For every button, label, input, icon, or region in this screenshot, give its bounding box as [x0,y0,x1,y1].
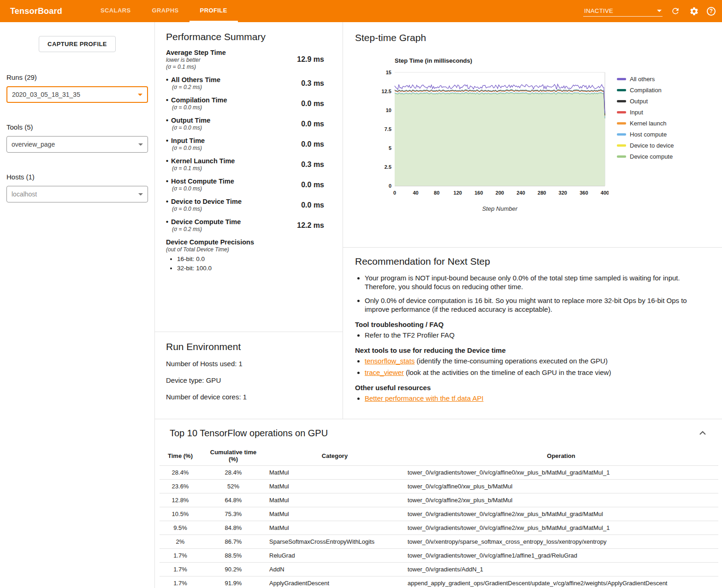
metric-sigma: (σ = 0.1 ms) [166,64,290,70]
tab-profile[interactable]: PROFILE [189,0,238,22]
legend-item: Host compute [617,131,674,138]
metric-note: lower is better [166,57,290,63]
cell-operation: tower_0/v/gradients/tower_0/v/cg/affine1… [404,549,718,563]
legend-item: Device to device [617,142,674,149]
collapse-chevron-up-icon[interactable] [697,428,708,439]
legend-label: Kernel launch [630,120,667,127]
metric-value: 0.3 ms [290,160,324,169]
metric-label: •Input Time [166,137,290,144]
metric-sigma: (σ = 0.0 ms) [166,206,290,212]
cell-cumulative-percent: 90.2% [201,563,266,576]
metric-sigma: (σ = 0.1 ms) [166,165,290,172]
svg-text:240: 240 [516,190,525,196]
run-environment-title: Run Environment [166,341,331,352]
tools-select[interactable]: overview_page [6,136,148,153]
cell-time-percent: 1.7% [160,563,201,576]
cell-cumulative-percent: 88.5% [201,549,266,563]
x-axis-label: Step Number [378,205,609,212]
cell-cumulative-percent: 52% [201,480,266,493]
recommendation-item: tensorflow_stats (identify the time-cons… [365,356,710,365]
hosts-select[interactable]: localhost [6,186,148,202]
chevron-down-icon [657,10,662,12]
recommendation-subsection: Tool troubleshooting / FAQ Refer to the … [355,321,710,339]
run-status-value: INACTIVE [584,7,613,14]
legend-swatch [617,111,626,113]
runs-select[interactable]: 2020_03_05_18_31_35 [6,86,148,103]
col-header-operation: Operation [404,446,718,466]
bullet-icon: • [166,218,168,226]
env-line: Number of Hosts used: 1 [166,360,331,368]
refresh-icon[interactable] [670,6,681,17]
help-icon[interactable]: ? [707,7,716,16]
step-time-chart: Step Time (in milliseconds) 02.557.51012… [378,57,609,212]
cell-cumulative-percent: 75.3% [201,507,266,521]
recommendation-title: Recommendation for Next Step [355,256,710,267]
perf-metric-row: •Host Compute Time (σ = 0.0 ms) 0.0 ms [166,178,331,192]
metric-sigma: (σ = 0.0 ms) [166,104,290,111]
app-title: TensorBoard [10,6,62,16]
cell-category: MatMul [266,480,404,493]
cell-operation: tower_0/v/gradients/tower_0/v/cg/affine0… [404,466,718,480]
metric-value: 0.0 ms [290,201,324,209]
legend-item: Device compute [617,153,674,160]
table-row: 12.8% 64.8% MatMul tower_0/v/cg/affine2/… [160,493,718,507]
legend-label: Input [630,109,643,116]
chart-legend: All others Compilation Output Input Kern… [617,76,674,212]
metric-label: •Device Compute Time [166,218,290,226]
perf-metric-row: •Input Time (σ = 0.0 ms) 0.0 ms [166,137,331,151]
hosts-select-value: localhost [12,190,37,198]
subsection-heading: Other useful resources [355,384,710,392]
cell-category: AddN [266,563,404,576]
table-row: 1.7% 91.9% ApplyGradientDescent append_a… [160,576,718,588]
cell-time-percent: 28.4% [160,466,201,480]
cell-category: MatMul [266,521,404,535]
legend-label: Output [630,98,648,105]
metric-value: 0.0 ms [290,181,324,189]
bullet-icon: • [166,198,168,205]
run-status-select[interactable]: INACTIVE [583,6,663,17]
step-time-graph-title: Step-time Graph [355,32,710,43]
bullet-icon: • [166,96,168,104]
precisions-label: Device Compute Precisions [166,238,331,246]
cell-operation: tower_0/v/cg/affine0/xw_plus_b/MatMul [404,480,718,493]
hosts-label: Hosts (1) [0,173,154,181]
recommendation-subsection: Next tools to use for reducing the Devic… [355,346,710,377]
svg-text:280: 280 [538,190,546,196]
metric-sigma: (σ = 0.0 ms) [166,185,290,192]
legend-swatch [617,144,626,147]
subsection-heading: Next tools to use for reducing the Devic… [355,346,710,354]
metric-label: Average Step Time [166,49,290,56]
top10-title: Top 10 TensorFlow operations on GPU [170,428,328,439]
subsection-heading: Tool troubleshooting / FAQ [355,321,710,328]
step-time-plot: 02.557.51012.515040801201602002402803203… [378,66,609,202]
table-header-row: Time (%) Cumulative time (%) Category Op… [160,446,718,466]
svg-text:40: 40 [413,190,418,196]
capture-profile-button[interactable]: CAPTURE PROFILE [39,36,116,52]
legend-swatch [617,78,626,80]
tab-scalars[interactable]: SCALARS [90,0,142,22]
cell-cumulative-percent: 91.9% [201,576,266,588]
metric-value: 0.0 ms [290,120,324,128]
metric-label: •Kernel Launch Time [166,157,290,165]
link[interactable]: trace_viewer [365,368,404,376]
cell-time-percent: 1.7% [160,576,201,588]
link[interactable]: Better performance with the tf.data API [365,394,484,402]
cell-cumulative-percent: 84.8% [201,521,266,535]
top10-operations-section: Top 10 TensorFlow operations on GPU Time… [155,419,722,588]
legend-swatch [617,122,626,125]
metric-label: •Output Time [166,117,290,124]
recommendation-section: Recommendation for Next Step Your progra… [343,248,722,403]
run-environment-section: Run Environment Number of Hosts used: 1D… [155,332,343,401]
cell-cumulative-percent: 64.8% [201,493,266,507]
settings-gear-icon[interactable] [688,6,699,17]
metric-sigma: (σ = 0.2 ms) [166,84,290,90]
svg-text:360: 360 [580,190,588,196]
precision-item: 32-bit: 100.0 [177,265,331,272]
tab-graphs[interactable]: GRAPHS [142,0,189,22]
metric-sigma: (σ = 0.2 ms) [166,226,290,232]
legend-label: All others [630,76,655,83]
main-content: Performance Summary Average Step Time lo… [154,22,722,588]
link[interactable]: tensorflow_stats [365,357,414,365]
table-row: 1.7% 88.5% ReluGrad tower_0/v/gradients/… [160,549,718,563]
table-row: 28.4% 28.4% MatMul tower_0/v/gradients/t… [160,466,718,480]
